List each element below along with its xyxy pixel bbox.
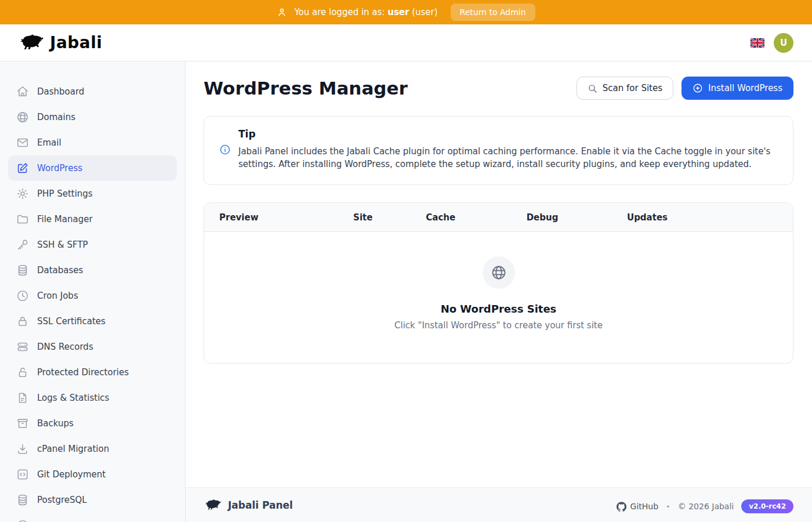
boar-logo-icon <box>204 499 222 511</box>
install-wordpress-button[interactable]: Install WordPress <box>682 77 793 100</box>
column-header-cache: Cache <box>426 212 526 223</box>
wordpress-sites-table: Preview Site Cache Debug Updates No Word… <box>204 202 793 364</box>
sidebar-item-cron-jobs[interactable]: Cron Jobs <box>8 283 177 309</box>
sidebar-item-label: Email <box>37 137 61 148</box>
empty-state: No WordPress Sites Click "Install WordPr… <box>204 232 793 363</box>
clock-icon <box>16 289 29 302</box>
sidebar-item-databases[interactable]: Databases <box>8 258 177 283</box>
search-icon <box>588 84 597 93</box>
github-icon <box>617 502 626 512</box>
column-header-site: Site <box>353 212 426 223</box>
logged-in-message: You are logged in as: user (user) <box>294 7 437 17</box>
sidebar-item-domains[interactable]: Domains <box>8 104 177 130</box>
database-icon <box>16 264 29 277</box>
database-icon <box>16 494 29 506</box>
sidebar-item-postgresql[interactable]: PostgreSQL <box>8 487 177 513</box>
tip-card: Tip Jabali Panel includes the Jabali Cac… <box>204 116 793 185</box>
sidebar-item-protected-directories[interactable]: Protected Directories <box>8 360 177 385</box>
sidebar-item-backups[interactable]: Backups <box>8 411 177 436</box>
key-icon <box>16 238 29 251</box>
edit-icon <box>16 162 29 175</box>
tip-title: Tip <box>238 128 778 140</box>
scan-for-sites-button[interactable]: Scan for Sites <box>577 77 673 100</box>
sidebar-item-git-deployment[interactable]: Git Deployment <box>8 462 177 487</box>
folder-icon <box>16 213 29 226</box>
footer-brand-name: Jabali Panel <box>228 499 293 511</box>
globe-icon <box>16 111 29 124</box>
sidebar-item-label: cPanel Migration <box>37 444 109 454</box>
github-link[interactable]: GitHub <box>617 502 659 512</box>
brand-logo[interactable]: Jabali <box>19 33 102 52</box>
main-content: WordPress Manager Scan for Sites Install… <box>186 61 812 487</box>
download-icon <box>16 443 29 455</box>
plus-circle-icon <box>693 83 703 93</box>
sidebar-item-dashboard[interactable]: Dashboard <box>8 79 177 104</box>
return-to-admin-button[interactable]: Return to Admin <box>451 3 535 21</box>
column-header-updates: Updates <box>627 212 778 223</box>
page-title: WordPress Manager <box>204 78 408 99</box>
gear-icon <box>16 187 29 200</box>
sidebar-item-dns-records[interactable]: DNS Records <box>8 334 177 360</box>
archive-icon <box>16 417 29 430</box>
sidebar-item-label: File Manager <box>37 214 93 224</box>
separator-dot: • <box>666 502 670 511</box>
sidebar-item-file-manager[interactable]: File Manager <box>8 206 177 232</box>
code-icon <box>16 468 29 481</box>
language-flag-icon[interactable] <box>751 38 764 48</box>
sidebar-item-label: SSL Certificates <box>37 316 106 327</box>
document-icon <box>16 392 29 404</box>
impersonation-bar: You are logged in as: user (user) Return… <box>0 0 812 24</box>
version-badge: v2.0-rc42 <box>741 499 793 513</box>
sidebar-item-wordpress[interactable]: WordPress <box>8 155 177 181</box>
empty-state-title: No WordPress Sites <box>216 303 781 315</box>
sidebar-item-cpanel-migration[interactable]: cPanel Migration <box>8 436 177 462</box>
sidebar-item-label: DNS Records <box>37 342 93 352</box>
sidebar-item-label: Logs & Statistics <box>37 393 109 403</box>
sidebar-item-label: SSH & SFTP <box>37 240 88 250</box>
server-icon <box>16 340 29 353</box>
sidebar-item-label: Backups <box>37 418 74 429</box>
sidebar-item-label: WordPress <box>37 163 82 173</box>
lock-icon <box>16 315 29 328</box>
sidebar-item-clipped[interactable] <box>8 513 177 522</box>
app-header: Jabali U <box>0 24 812 61</box>
sidebar-item-label: Cron Jobs <box>37 291 78 301</box>
padlock-icon <box>16 366 29 379</box>
sidebar-item-label: Protected Directories <box>37 367 129 378</box>
sidebar-item-label: PostgreSQL <box>37 495 87 505</box>
sidebar-item-ssh-sftp[interactable]: SSH & SFTP <box>8 232 177 258</box>
empty-state-subtitle: Click "Install WordPress" to create your… <box>216 320 781 331</box>
sidebar-nav: Dashboard Domains Email WordPress PHP Se… <box>0 61 186 522</box>
sidebar-item-email[interactable]: Email <box>8 130 177 155</box>
home-icon <box>16 85 29 98</box>
sidebar-item-php-settings[interactable]: PHP Settings <box>8 181 177 206</box>
info-icon <box>219 144 231 171</box>
sidebar-item-ssl-certificates[interactable]: SSL Certificates <box>8 309 177 334</box>
sidebar-item-label: Databases <box>37 265 83 276</box>
mail-icon <box>16 136 29 149</box>
boar-logo-icon <box>19 34 44 52</box>
footer: Jabali Panel GitHub • © 2026 Jabali v2.0… <box>186 487 812 522</box>
sidebar-item-logs-statistics[interactable]: Logs & Statistics <box>8 385 177 411</box>
table-header-row: Preview Site Cache Debug Updates <box>204 203 793 232</box>
copyright-text: © 2026 Jabali <box>678 502 734 511</box>
user-avatar[interactable]: U <box>774 33 793 53</box>
sidebar-item-label: PHP Settings <box>37 188 93 199</box>
sidebar-item-label: Domains <box>37 112 75 122</box>
sidebar-item-label: Git Deployment <box>37 469 106 480</box>
brand-name: Jabali <box>50 33 102 52</box>
column-header-debug: Debug <box>527 212 627 223</box>
tip-body: Jabali Panel includes the Jabali Cache p… <box>238 146 778 171</box>
column-header-preview: Preview <box>219 212 353 223</box>
globe-icon <box>483 256 515 289</box>
user-icon <box>277 7 287 17</box>
circle-icon <box>16 519 29 522</box>
sidebar-item-label: Dashboard <box>37 86 84 97</box>
